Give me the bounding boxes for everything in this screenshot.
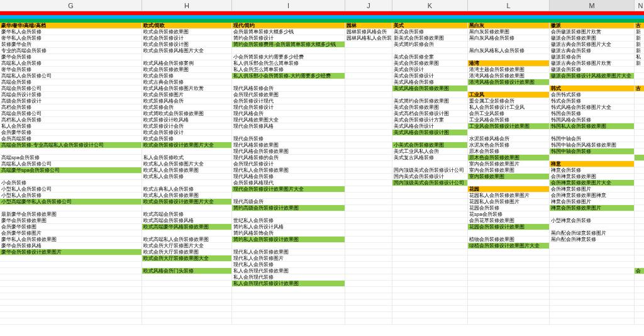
cell-K-8[interactable]: 美式会所装修设计 [392,73,467,79]
cell-I-40[interactable]: 私人会所现代装修 [232,274,345,281]
cell-K-0[interactable]: 美式 [392,23,467,29]
cell-H-45[interactable] [142,306,231,312]
cell-N-6[interactable]: 新 [635,60,644,67]
cell-I-0[interactable]: 现代/简约 [232,23,345,29]
cell-L-10[interactable] [468,86,549,92]
cell-M-44[interactable] [550,300,634,306]
cell-H-4[interactable]: 欧式会所装修风格图片大全 [142,48,231,54]
cell-J-45[interactable] [345,306,392,312]
cell-G-16[interactable]: 私人会所装修 [0,123,142,130]
cell-G-34[interactable]: 豪华私人会所装修效果图 [0,237,142,243]
cell-L-41[interactable] [468,281,549,287]
cell-N-46[interactable] [635,312,644,318]
cell-H-46[interactable] [142,312,231,318]
cell-K-32[interactable] [392,224,467,230]
cell-M-37[interactable] [550,255,634,262]
cell-H-15[interactable]: 欧式装修设计欧风格 [142,117,231,123]
cell-G-5[interactable]: 豪华会所装修 [0,54,142,60]
cell-H-27[interactable]: 欧式私人会所装修效果图 [142,193,231,199]
cell-H-41[interactable] [142,281,231,287]
cell-L-23[interactable]: 室内会所装修效果图 [468,167,549,174]
cell-J-0[interactable]: 园林 [345,23,392,29]
cell-K-22[interactable] [392,161,467,167]
cell-N-9[interactable] [635,79,644,86]
cell-M-1[interactable]: 会所徽派装修图片欣赏 [550,29,634,35]
cell-H-2[interactable]: 欧式会所装修设计 [142,35,231,42]
cell-H-18[interactable]: 欧式会所装修 [142,136,231,142]
cell-G-3[interactable]: 装修豪华会所 [0,42,142,48]
cell-M-2[interactable]: 徽派会所装修效果图 [550,35,634,42]
cell-J-27[interactable] [345,193,392,199]
cell-J-21[interactable] [345,155,392,161]
cell-N-5[interactable]: 私 [635,54,644,60]
cell-G-17[interactable]: 会所豪华装修 [0,130,142,136]
cell-J-41[interactable] [345,281,392,287]
cell-L-12[interactable]: 重金属工业装修会所 [468,98,549,104]
cell-L-42[interactable] [468,287,549,293]
cell-G-40[interactable] [0,274,142,281]
cell-M-27[interactable]: 会所禅意装修效果图禅意 [550,193,634,199]
cell-G-8[interactable]: 高端私人会所装修公司 [0,73,142,79]
cell-I-46[interactable] [232,312,345,318]
cell-G-14[interactable]: 高端会所装修公司 [0,111,142,117]
cell-I-35[interactable] [232,243,345,249]
col-header-L[interactable]: L [468,0,550,11]
cell-M-46[interactable] [550,312,634,318]
cell-I-24[interactable]: 现代风格会所装修 [232,174,345,180]
cell-L-38[interactable] [468,262,549,268]
cell-H-20[interactable] [142,148,231,155]
cell-M-41[interactable] [550,281,634,287]
cell-H-23[interactable]: 欧式私人会所装修效果图 [142,167,231,174]
cell-H-44[interactable] [142,300,231,306]
cell-L-24[interactable]: 室内装修效果图 [468,174,549,180]
cell-I-8[interactable]: 私人俱乐部小会所简装修-大约需要多少经费 [232,73,345,79]
cell-L-6[interactable]: 港湾 [468,60,549,67]
cell-K-15[interactable]: 美式会所装修设计方案 [392,117,467,123]
cell-G-46[interactable] [0,312,142,318]
cell-I-43[interactable] [232,293,345,300]
cell-M-13[interactable]: 韩式风格会所装修图片大全 [550,104,634,111]
cell-L-39[interactable] [468,268,549,274]
cell-G-13[interactable]: 高档会所装修 [0,104,142,111]
cell-L-9[interactable]: 港湾风格会所装修设计效果图 [468,79,549,86]
cell-H-24[interactable]: 欧式私人会所装修 [142,174,231,180]
cell-G-20[interactable] [0,148,142,155]
cell-H-34[interactable]: 欧式高端私人会所装修效果图 [142,237,231,243]
cell-L-15[interactable]: 工业风格会所装修 [468,117,549,123]
cell-L-47[interactable] [468,318,549,325]
cell-I-42[interactable] [232,287,345,293]
cell-M-35[interactable] [550,243,634,249]
cell-L-2[interactable]: 黑白灰风格会所装修 [468,35,549,42]
cell-G-44[interactable] [0,300,142,306]
cell-H-10[interactable]: 欧式风格会所装修图片欣赏 [142,86,231,92]
cell-M-0[interactable]: 徽派 [550,23,634,29]
cell-K-41[interactable] [392,281,467,287]
cell-J-47[interactable] [345,318,392,325]
cell-I-11[interactable]: 会所现代装修效果图 [232,92,345,98]
cell-J-18[interactable] [345,136,392,142]
cell-L-28[interactable]: 花园私人会所装修图片 [468,199,549,205]
cell-N-25[interactable] [635,180,644,186]
cell-I-2[interactable]: 简约会所装修设计 [232,35,345,42]
cell-K-9[interactable]: 美式风格会所装修 [392,79,467,86]
cell-I-14[interactable]: 现代风格会所 [232,111,345,117]
cell-G-31[interactable]: 豪华会所装修效果图 [0,218,142,224]
cell-I-38[interactable]: 现代私人会所装修 [232,262,345,268]
cell-N-0[interactable]: 古 [635,23,644,29]
cell-G-19[interactable]: 高端会所装修-专业高端私人会所装修设计公司 [0,142,142,148]
cell-K-31[interactable] [392,218,467,224]
cell-K-34[interactable] [392,237,467,243]
cell-M-30[interactable] [550,211,634,218]
cell-J-20[interactable] [345,148,392,155]
cell-H-38[interactable] [142,262,231,268]
cell-G-28[interactable]: 小型高端豪华私人会所装修公司 [0,199,142,205]
cell-J-36[interactable] [345,249,392,255]
cell-H-16[interactable]: 欧式装修设计会所 [142,123,231,130]
cell-I-26[interactable]: 现代会所装修设计效果图片大全 [232,186,345,193]
cell-G-41[interactable] [0,281,142,287]
cell-L-37[interactable] [468,255,549,262]
cell-M-12[interactable]: 韩式会所装修 [550,98,634,104]
cell-I-21[interactable]: 现代风格装修的会所 [232,155,345,161]
cell-J-1[interactable]: 园林装修风格会所 [345,29,392,35]
cell-J-23[interactable] [345,167,392,174]
